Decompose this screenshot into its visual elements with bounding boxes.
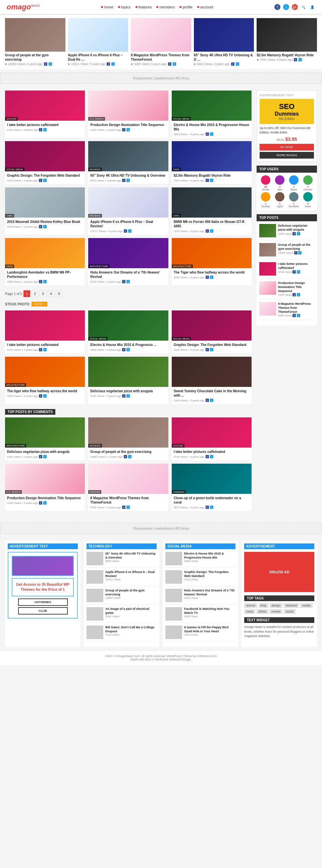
top-post-0[interactable]: Delicious vegetarian pizza with arugula … xyxy=(259,224,314,240)
top-post-4[interactable]: 8 Magazine WordPress Themes from ThemeFo… xyxy=(259,302,314,320)
comments-card-5[interactable]: CAMERAS Close-up of a green turtle under… xyxy=(172,464,252,511)
nav-features[interactable]: features xyxy=(136,5,152,9)
tw-icon[interactable]: t xyxy=(210,229,213,233)
stock-card-0[interactable]: I take better pictures caffeinated 4734 … xyxy=(5,310,85,353)
tech-item-3[interactable]: An image of a part of electrical guitar … xyxy=(87,607,157,623)
article-card-5[interactable]: CARS $2.5m Mansory Bugatti Veyron Ride 7… xyxy=(172,141,252,184)
tw-icon[interactable]: t xyxy=(298,58,302,61)
nav-members[interactable]: members xyxy=(156,5,175,9)
user-geraldine[interactable]: 1 Geraldine xyxy=(288,192,300,208)
tag-photo[interactable]: photo xyxy=(257,609,268,614)
fb-icon[interactable]: f xyxy=(107,62,110,66)
featured-item-1[interactable]: Apple iPhone 6 vs iPhone 6 Plus – Dual R… xyxy=(68,18,128,66)
fb-icon[interactable]: f xyxy=(206,229,209,233)
top-post-1[interactable]: Group of people at the gym exercising 18… xyxy=(259,243,314,259)
article-card-7[interactable]: REVIEWS Apple iPhone 6 vs iPhone 6 Plus … xyxy=(88,187,168,235)
tech-item-1[interactable]: Apple iPhone 6 vs iPhone 6 – Dual Review… xyxy=(87,570,157,586)
stock-card-2[interactable]: SOCIAL MEDIA Graphic Design: The Forgott… xyxy=(172,310,252,353)
fb-icon[interactable]: f xyxy=(39,128,42,131)
tw-icon[interactable]: t xyxy=(43,179,47,182)
tag-media[interactable]: media xyxy=(300,603,313,608)
tech-item-4[interactable]: Bill Gates: Don't Call Me a College Drop… xyxy=(87,626,157,641)
article-card-2[interactable]: SOCIAL MEDIA Electro & House Mix 2015 & … xyxy=(172,91,252,138)
fb-icon[interactable]: f xyxy=(231,62,234,66)
nav-account[interactable]: account xyxy=(197,5,213,9)
fb-icon[interactable]: f xyxy=(39,179,42,182)
stock-card-4[interactable]: Delicious vegetarian pizza with arugula … xyxy=(88,357,168,404)
stock-more-button[interactable]: MORE + xyxy=(32,302,47,306)
tw-icon[interactable]: t xyxy=(111,62,115,66)
fb-icon[interactable]: f xyxy=(122,179,125,182)
article-card-10[interactable]: ARCHITECTURE Hulu Answers Our Dreams of … xyxy=(88,238,168,285)
user-ingrid[interactable]: 1 Ingrid xyxy=(273,192,286,208)
article-card-3[interactable]: SOCIAL MEDIA Graphic Design: The Forgott… xyxy=(5,141,85,184)
stock-card-1[interactable]: SOCIAL MEDIA Electro & House Mix 2015 & … xyxy=(88,310,168,353)
buy-now-button[interactable]: BY NOW xyxy=(260,144,314,151)
tag-featured[interactable]: featured xyxy=(284,603,299,608)
tw-icon[interactable]: t xyxy=(126,179,130,182)
user-icon[interactable]: 👤 xyxy=(309,4,315,10)
user-dorothy[interactable]: 1 Dorothy xyxy=(259,192,272,208)
nav-home[interactable]: home xyxy=(101,5,113,9)
fb-icon[interactable]: f xyxy=(206,132,209,136)
search-icon[interactable]: 🔍 xyxy=(300,4,306,10)
top-post-3[interactable]: Production Design Nomination Title Seque… xyxy=(259,281,314,300)
site-logo[interactable]: omagoNEWS xyxy=(7,3,40,11)
page-5[interactable]: 5 xyxy=(56,290,62,297)
comments-card-3[interactable]: U.S. WORLD Production Design Nomination … xyxy=(5,464,85,511)
fb-icon[interactable]: f xyxy=(168,62,171,66)
fb-icon[interactable]: f xyxy=(122,280,125,283)
comments-card-4[interactable]: FASHION 8 Magazine WordPress Themes from… xyxy=(88,464,168,511)
social-item-3[interactable]: Facebook is Watching How You Watch TV 58… xyxy=(165,607,235,623)
tag-news[interactable]: news xyxy=(244,609,255,614)
article-card-9[interactable]: CARS Lamborghini Aventador vs BMW M6 PP-… xyxy=(5,238,85,285)
tw-icon[interactable]: t xyxy=(43,225,47,228)
page-1[interactable]: 1 xyxy=(24,290,30,297)
fb-icon[interactable]: f xyxy=(294,58,297,61)
user-caroline[interactable]: 1 Caroline xyxy=(301,175,314,191)
featured-item-4[interactable]: $2.5m Mansory Bugatti Veyron Ride ●7391 … xyxy=(257,18,317,66)
page-3[interactable]: 3 xyxy=(39,290,46,297)
tech-item-2[interactable]: Group of people at the gym exercising 18… xyxy=(87,589,157,604)
article-card-1[interactable]: U.S. WORLD Production Design Nomination … xyxy=(88,91,168,138)
article-card-8[interactable]: CARS BMW M6 vs Ferrari 458 Italia vs Nis… xyxy=(172,187,252,235)
fb-icon[interactable]: f xyxy=(124,229,127,233)
tw-icon[interactable]: t xyxy=(49,62,52,66)
comments-card-2[interactable]: SOCCER I take better pictures caffeinate… xyxy=(172,417,252,460)
featured-item-3[interactable]: 65" Sony 4K Ultra HD TV Unboxing & O ...… xyxy=(194,18,254,66)
fb-icon[interactable]: f xyxy=(206,276,209,279)
article-card-6[interactable]: CARS 2015 Maserati Ghibli Review Kelley … xyxy=(5,187,85,235)
top-post-2[interactable]: I take better pictures caffeinated 4734 … xyxy=(259,262,314,279)
twitter-icon[interactable]: t xyxy=(283,4,289,10)
googleplus-icon[interactable]: g+ xyxy=(292,4,298,10)
page-2[interactable]: 2 xyxy=(32,290,38,297)
anthemes-btn-1[interactable]: ANTHEMES xyxy=(18,598,68,606)
social-item-0[interactable]: Electro & House Mix 2015 & Progressive H… xyxy=(165,552,235,567)
tw-icon[interactable]: t xyxy=(43,280,47,283)
stock-card-3[interactable]: ARCHITECTURE The tiger who flew halfway … xyxy=(5,357,85,404)
tw-icon[interactable]: t xyxy=(126,128,130,131)
page-4[interactable]: 4 xyxy=(48,290,54,297)
article-card-11[interactable]: ARCHITECTURE The Tiger who flew halfway … xyxy=(172,238,252,285)
article-card-4[interactable]: REVIEWS 65" Sony 4K Ultra HD TV Unboxing… xyxy=(88,141,168,184)
social-item-4[interactable]: 6 Games to Fill the Flappy Bird Sized Ho… xyxy=(165,626,235,641)
user-erwin[interactable]: 2 Erwin xyxy=(301,192,314,208)
tag-review[interactable]: review xyxy=(270,609,283,614)
stock-card-5[interactable]: Sweet Yummy Chocolate Cake in the Mornin… xyxy=(172,357,252,404)
user-blaine[interactable]: 1 Blaine xyxy=(288,175,300,191)
social-item-2[interactable]: Hulu Answers Our Dreams of a '7th Heaven… xyxy=(165,589,235,604)
fb-icon[interactable]: f xyxy=(39,225,42,228)
tag-animal[interactable]: animal xyxy=(244,603,257,608)
article-card-0[interactable]: SOCCER I take better pictures caffeinate… xyxy=(5,91,85,138)
tw-icon[interactable]: t xyxy=(173,62,176,66)
tw-icon[interactable]: t xyxy=(210,179,213,182)
tw-icon[interactable]: t xyxy=(126,280,130,283)
more-books-button[interactable]: MORE BOOKS xyxy=(260,152,314,159)
tw-icon[interactable]: t xyxy=(128,229,131,233)
user-denise[interactable]: 46 Denise xyxy=(259,175,272,191)
comments-card-1[interactable]: REVIEWS Group of people at the gym exerc… xyxy=(88,417,168,460)
tag-design[interactable]: design xyxy=(270,603,283,608)
tag-social[interactable]: social xyxy=(284,609,295,614)
fb-icon[interactable]: f xyxy=(39,280,42,283)
fb-icon[interactable]: f xyxy=(44,62,47,66)
